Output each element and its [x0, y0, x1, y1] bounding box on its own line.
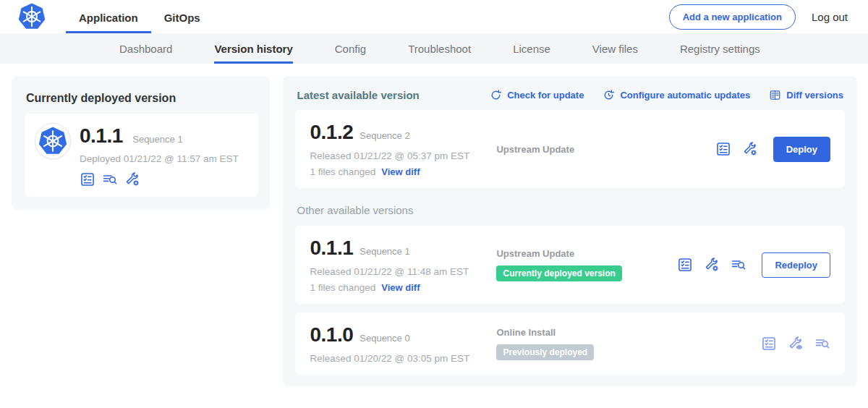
diff-versions-link[interactable]: Diff versions: [769, 89, 843, 101]
subnav-tab-registry-settings[interactable]: Registry settings: [680, 33, 760, 64]
diff-icon: [769, 89, 781, 101]
version-sequence: Sequence 0: [359, 333, 409, 344]
version-released-at: Released 01/20/22 @ 03:05 pm EST: [310, 353, 496, 364]
previously-deployed-badge: Previously deployed: [496, 344, 594, 360]
checklist-icon[interactable]: [761, 336, 777, 352]
subnav-tab-dashboard[interactable]: Dashboard: [119, 33, 172, 64]
version-sequence: Sequence 1: [359, 246, 409, 257]
currently-deployed-badge: Currently deployed version: [496, 265, 621, 281]
app-icon: [35, 123, 71, 159]
tab-gitops[interactable]: GitOps: [151, 0, 213, 33]
checklist-icon[interactable]: [715, 141, 731, 157]
schedule-update-icon: [603, 89, 615, 101]
version-source: Online Install: [496, 327, 677, 338]
latest-available-title: Latest available version: [297, 89, 419, 101]
wrench-gear-icon[interactable]: [704, 257, 720, 273]
version-number: 0.1.0: [310, 323, 353, 347]
view-diff-link[interactable]: View diff: [381, 282, 420, 293]
version-released-at: Released 01/21/22 @ 11:48 am EST: [310, 266, 496, 277]
subnav-tab-config[interactable]: Config: [335, 33, 366, 64]
version-row: 0.1.0 Sequence 0 Released 01/20/22 @ 03:…: [295, 313, 845, 375]
main-content: Currently deployed version 0.1.1 Sequenc…: [0, 64, 868, 386]
version-row: 0.1.1 Sequence 1 Released 01/21/22 @ 11:…: [295, 226, 845, 304]
logs-icon[interactable]: [102, 171, 118, 187]
check-for-update-link[interactable]: Check for update: [490, 89, 584, 101]
wrench-eye-icon[interactable]: [788, 336, 804, 352]
refresh-icon: [490, 89, 502, 101]
currently-deployed-panel: Currently deployed version 0.1.1 Sequenc…: [12, 76, 270, 210]
version-source: Upstream Update: [496, 248, 677, 259]
version-row: 0.1.2 Sequence 2 Released 01/21/22 @ 05:…: [295, 110, 845, 188]
tab-application[interactable]: Application: [66, 0, 151, 33]
kubernetes-logo: [18, 3, 46, 30]
subnav-tab-view-files[interactable]: View files: [592, 33, 638, 64]
checklist-icon[interactable]: [677, 257, 693, 273]
version-sequence: Sequence 2: [359, 130, 409, 141]
logout-button[interactable]: Log out: [812, 11, 848, 23]
files-changed: 1 files changed: [310, 282, 375, 293]
currently-deployed-card: 0.1.1 Sequence 1 Deployed 01/21/22 @ 11:…: [25, 114, 258, 197]
view-diff-link[interactable]: View diff: [381, 166, 420, 177]
tab-application-label: Application: [79, 12, 138, 24]
version-source: Upstream Update: [496, 144, 677, 155]
subnav-tab-license[interactable]: License: [513, 33, 550, 64]
files-changed: 1 files changed: [310, 166, 375, 177]
wrench-gear-icon[interactable]: [742, 141, 758, 157]
logs-icon[interactable]: [814, 336, 830, 352]
version-history-panel: Latest available version Check for updat…: [283, 76, 857, 386]
checklist-icon[interactable]: [80, 171, 95, 187]
version-number: 0.1.2: [310, 121, 353, 144]
subnav-tab-version-history[interactable]: Version history: [214, 33, 292, 64]
deploy-button[interactable]: Deploy: [773, 137, 830, 162]
add-application-button[interactable]: Add a new application: [669, 4, 796, 30]
tab-gitops-label: GitOps: [164, 12, 200, 24]
subnav-tab-troubleshoot[interactable]: Troubleshoot: [408, 33, 471, 64]
logs-icon[interactable]: [731, 257, 746, 273]
section-subnav: Dashboard Version history Config Trouble…: [0, 33, 868, 64]
app-tabs: Application GitOps: [66, 0, 213, 33]
current-version-deployed-at: Deployed 01/21/22 @ 11:57 am EST: [80, 153, 239, 164]
version-released-at: Released 01/21/22 @ 05:37 pm EST: [310, 150, 496, 161]
version-number: 0.1.1: [310, 237, 353, 260]
current-version-sequence: Sequence 1: [132, 134, 182, 145]
wrench-gear-icon[interactable]: [124, 171, 140, 187]
app-header: Application GitOps Add a new application…: [0, 0, 868, 33]
configure-automatic-updates-link[interactable]: Configure automatic updates: [603, 89, 750, 101]
redeploy-button[interactable]: Redeploy: [762, 252, 830, 278]
current-version-number: 0.1.1: [80, 124, 123, 147]
other-versions-title: Other available versions: [297, 204, 843, 216]
currently-deployed-title: Currently deployed version: [26, 92, 258, 105]
